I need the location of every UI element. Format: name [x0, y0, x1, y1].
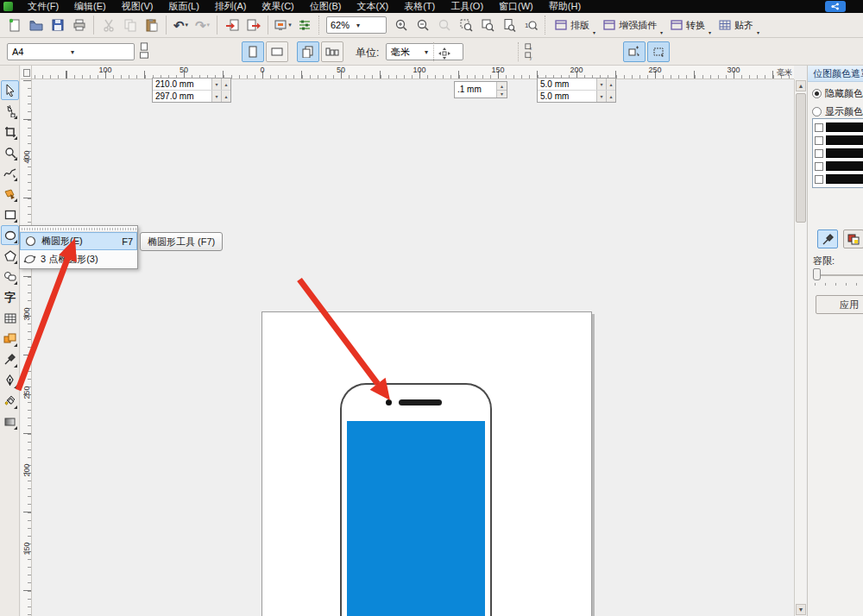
rectangle-tool[interactable]	[1, 204, 19, 224]
mask-color-row[interactable]	[815, 134, 863, 147]
spin-down-icon[interactable]: ▾	[496, 90, 507, 97]
ruler-origin-box[interactable]	[21, 66, 32, 79]
zoom-level-combo[interactable]: 62% ▾	[326, 16, 387, 34]
spin-up-icon[interactable]: ▴	[606, 79, 615, 90]
mask-color-row[interactable]	[815, 160, 863, 173]
checkbox-icon[interactable]	[815, 123, 823, 132]
spin-up-icon[interactable]: ▴	[221, 91, 230, 102]
mask-eyedropper-button[interactable]	[817, 229, 838, 248]
menu-tools[interactable]: 工具(O)	[443, 0, 491, 13]
all-pages-button[interactable]	[297, 41, 319, 62]
menu-file[interactable]: 文件(F)	[20, 0, 66, 13]
outline-pen-tool[interactable]	[1, 370, 19, 390]
paper-size-select[interactable]: A4 ▾	[7, 43, 135, 60]
new-document-icon[interactable]	[3, 15, 25, 35]
zoom-out-icon[interactable]	[412, 15, 433, 35]
shape-tool[interactable]	[1, 101, 19, 121]
share-cloud-icon[interactable]	[825, 1, 846, 12]
zoom-selected-icon[interactable]	[455, 15, 476, 35]
spin-down-icon[interactable]: ▾	[211, 79, 221, 90]
mask-color-row[interactable]	[815, 121, 863, 134]
menu-edit[interactable]: 编辑(E)	[66, 0, 114, 13]
basic-shapes-tool[interactable]	[1, 267, 19, 286]
menu-table[interactable]: 表格(T)	[396, 0, 443, 13]
tolerance-slider-track[interactable]	[815, 274, 863, 276]
mask-color-row[interactable]	[815, 173, 863, 185]
spin-down-icon[interactable]: ▾	[211, 91, 221, 102]
blend-tool[interactable]	[1, 329, 19, 349]
text-wrap-button[interactable]	[647, 41, 670, 62]
spin-up-icon[interactable]: ▴	[606, 91, 615, 102]
ellipse-tool[interactable]	[1, 225, 19, 245]
checkbox-icon[interactable]	[815, 162, 823, 171]
docker-button-plugins[interactable]: 增强插件 ▾	[597, 15, 663, 35]
docker-button-snap[interactable]: 贴齐 ▾	[713, 15, 759, 35]
duplicate-x-input[interactable]: 5.0 mm ▾▴	[538, 79, 615, 91]
text-tool[interactable]: 字	[1, 287, 19, 307]
mask-color-row[interactable]	[815, 147, 863, 160]
checkbox-icon[interactable]	[815, 149, 823, 158]
fill-tool[interactable]	[1, 391, 19, 411]
flyout-item-3point-ellipse[interactable]: 3 点椭圆形(3)	[20, 250, 137, 268]
scrollbar-thumb[interactable]	[796, 93, 806, 223]
paper-height-input[interactable]: 297.0 mm ▾▴	[153, 91, 230, 103]
interactive-fill-tool[interactable]	[1, 412, 19, 431]
vertical-scrollbar[interactable]: ▲ ▼	[794, 79, 806, 616]
phone-screen-shape[interactable]	[347, 421, 485, 616]
zoom-tool[interactable]	[1, 142, 19, 162]
options-icon[interactable]	[293, 15, 315, 35]
scroll-down-icon[interactable]: ▼	[796, 604, 806, 615]
color-swatch[interactable]	[826, 161, 863, 171]
horizontal-ruler[interactable]: 100 50 0 50 100 150 200 250 300 毫米	[21, 66, 794, 79]
spin-down-icon[interactable]: ▾	[596, 91, 606, 102]
nudge-offset-input[interactable]: .1 mm ▴ ▾	[454, 81, 507, 98]
phone-speaker-shape[interactable]	[399, 399, 442, 405]
drawing-canvas[interactable]	[32, 79, 794, 616]
vertical-ruler[interactable]: 400 350 300 250 200 150	[21, 79, 32, 616]
eyedropper-tool[interactable]	[1, 349, 19, 369]
landscape-orientation-button[interactable]	[266, 41, 288, 62]
current-page-button[interactable]	[321, 41, 343, 62]
open-icon[interactable]	[25, 15, 47, 35]
menu-view[interactable]: 视图(V)	[114, 0, 161, 13]
spin-up-icon[interactable]: ▴	[221, 79, 230, 90]
menu-layout[interactable]: 版面(L)	[161, 0, 206, 13]
hide-colors-radio[interactable]: 隐藏颜色	[812, 87, 863, 100]
zoom-one-to-one-icon[interactable]: 1	[520, 15, 541, 35]
color-swatch[interactable]	[826, 148, 863, 158]
docker-button-layout[interactable]: 排版 ▾	[549, 15, 595, 35]
import-icon[interactable]	[221, 15, 243, 35]
menu-help[interactable]: 帮助(H)	[541, 0, 589, 13]
freehand-tool[interactable]	[1, 163, 19, 183]
polygon-tool[interactable]	[1, 246, 19, 266]
flyout-drag-grip[interactable]	[20, 226, 137, 232]
color-swatch[interactable]	[826, 123, 863, 132]
zoom-in-icon[interactable]	[390, 15, 412, 35]
print-icon[interactable]	[68, 15, 90, 35]
treat-as-filled-button[interactable]	[623, 41, 646, 62]
docker-button-convert[interactable]: 转换 ▾	[665, 15, 711, 35]
units-select[interactable]: 毫米 ▾	[386, 43, 463, 60]
smart-fill-tool[interactable]	[1, 184, 19, 204]
color-swatch[interactable]	[826, 174, 863, 184]
apply-button[interactable]: 应用	[816, 295, 863, 314]
duplicate-y-input[interactable]: 5.0 mm ▾▴	[538, 91, 615, 103]
crop-tool[interactable]	[1, 122, 19, 141]
flyout-item-ellipse[interactable]: 椭圆形(E) F7	[20, 232, 137, 250]
show-colors-radio[interactable]: 显示颜色	[812, 105, 863, 118]
zoom-page-icon[interactable]	[498, 15, 520, 35]
color-swatch[interactable]	[826, 135, 863, 145]
portrait-orientation-button[interactable]	[242, 41, 264, 62]
tolerance-slider-handle[interactable]	[813, 268, 821, 280]
zoom-all-icon[interactable]	[476, 15, 498, 35]
save-icon[interactable]	[47, 15, 68, 35]
undo-icon[interactable]: ↶▾	[170, 15, 192, 35]
menu-text[interactable]: 文本(X)	[349, 0, 396, 13]
scroll-up-icon[interactable]: ▲	[796, 80, 806, 91]
phone-camera-dot-shape[interactable]	[386, 399, 392, 405]
menu-arrange[interactable]: 排列(A)	[207, 0, 255, 13]
edit-color-button[interactable]	[843, 229, 863, 248]
table-tool[interactable]	[1, 308, 19, 328]
menu-bitmaps[interactable]: 位图(B)	[302, 0, 350, 13]
menu-window[interactable]: 窗口(W)	[491, 0, 541, 13]
